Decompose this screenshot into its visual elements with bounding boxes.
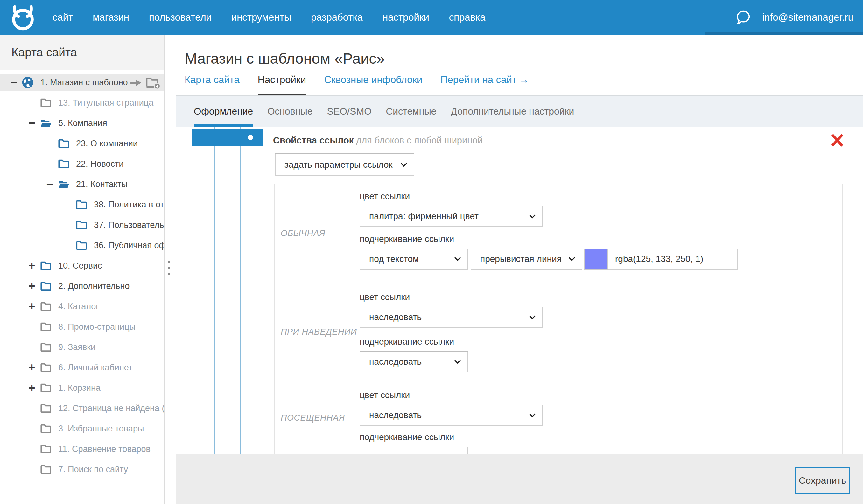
link-state-row-посещенная: ПОСЕЩЕННАЯцвет ссылкинаследоватьподчерки… [275,381,842,454]
nav-item-магазин[interactable]: магазин [92,12,129,23]
collapse-icon[interactable]: − [45,175,54,193]
layout-preview-dot [248,135,253,140]
tree-row-2-дополнительно[interactable]: +2. Дополнительно [0,277,164,295]
folder-icon [40,403,51,414]
tree-row-8-промо-страницы[interactable]: 8. Промо-страницы [0,318,164,336]
expand-icon[interactable]: + [27,298,37,315]
goto-page-arrow-icon[interactable] [128,78,142,96]
select-палитра-фирменный-цвет[interactable]: палитра: фирменный цвет [360,206,543,227]
select-наследовать[interactable]: наследовать [360,405,543,426]
folder-icon [40,444,51,455]
tree-row-23-о-компании[interactable]: 23. О компании [0,135,164,152]
tree-row-7-поиск-по-сайту[interactable]: 7. Поиск по сайту [0,461,164,478]
link-mode-select[interactable]: задать параметры ссылок [275,153,414,176]
tree-row-label: 21. Контакты [76,175,128,193]
select-под-текстом[interactable]: под текстом [360,249,468,269]
tree-row-label: 2. Дополнительно [58,277,129,295]
subtab-системные[interactable]: Системные [386,96,437,127]
field-label-подчеркивание-ссылки: подчеркивание ссылки [360,337,842,347]
sitemanager-logo-icon[interactable] [8,4,38,31]
select-value: прерывистая линия [480,254,562,264]
folder-icon [40,383,51,394]
support-email[interactable]: info@sitemanager.ru [762,12,853,23]
nav-item-инструменты[interactable]: инструменты [232,12,291,23]
tree-row-37-пользовательс[interactable]: 37. Пользовательс [0,216,164,234]
close-icon[interactable] [830,133,845,148]
subtab-дополнительные-настройки[interactable]: Дополнительные настройки [451,96,574,127]
field-label-цвет-ссылки: цвет ссылки [360,191,842,201]
folder-icon [76,220,87,231]
folder-icon [40,322,51,333]
tab-карта-сайта[interactable]: Карта сайта [185,74,240,86]
select-value: наследовать [369,357,422,367]
select-прерывистая-линия[interactable]: прерывистая линия [471,249,582,269]
tree-row-label: 36. Публичная оф [94,236,164,254]
tree-row-21-контакты[interactable]: −21. Контакты [0,175,164,193]
collapse-icon[interactable]: − [9,74,19,91]
field-label-цвет-ссылки: цвет ссылки [360,390,842,400]
chevron-down-icon [529,214,536,218]
row-controls-cell: цвет ссылкипалитра: фирменный цветподчер… [351,184,842,282]
chevron-down-icon [529,413,536,417]
color-swatch[interactable] [584,249,608,269]
tree-row-9-заявки[interactable]: 9. Заявки [0,338,164,356]
tree-row-label: 1. Магазин с шаблоно [40,74,128,91]
footer-bar: Сохранить [176,454,863,504]
tree-row-4-каталог[interactable]: +4. Каталог [0,298,164,315]
main-menu: сайтмагазинпользователиинструментыразраб… [52,0,486,35]
tree-row-10-сервис[interactable]: +10. Сервис [0,257,164,275]
settings-subtabs: ОформлениеОсновныеSEO/SMOСистемныеДополн… [176,96,863,127]
add-folder-icon[interactable] [146,77,160,94]
tree-row-22-новости[interactable]: 22. Новости [0,155,164,173]
controls-row: наследовать [360,447,842,454]
tab-перейти-на-сайт[interactable]: Перейти на сайт → [440,74,529,86]
expand-icon[interactable]: + [27,257,37,275]
panel-heading: Свойства ссылок для блоков с любой ширин… [273,135,483,146]
tree-row-1-магазин-с-шаблоно[interactable]: −1. Магазин с шаблоно [0,74,164,91]
save-button[interactable]: Сохранить [795,467,850,494]
chevron-down-icon [454,360,461,364]
nav-item-разработка[interactable]: разработка [311,12,363,23]
tree-row-6-личный-кабинет[interactable]: +6. Личный кабинет [0,358,164,376]
tree-row-label: 3. Избранные товары [58,420,144,438]
tree-row-5-компания[interactable]: −5. Компания [0,114,164,132]
sidebar-splitter-handle[interactable] [168,261,170,275]
folder-icon [76,200,87,211]
folder-icon [40,424,51,434]
select-value: наследовать [369,312,422,322]
chat-bubble-icon[interactable] [735,9,752,26]
link-states-table: ОБЫЧНАЯцвет ссылкипалитра: фирменный цве… [274,184,843,454]
link-state-row-при-наведении: ПРИ НАВЕДЕНИИцвет ссылкинаследоватьподче… [275,283,842,381]
tree-row-3-избранные-товары[interactable]: 3. Избранные товары [0,420,164,438]
select-наследовать[interactable]: наследовать [360,447,468,454]
tree-row-36-публичная-оф[interactable]: 36. Публичная оф [0,236,164,254]
tab-настройки[interactable]: Настройки [258,74,306,86]
nav-item-сайт[interactable]: сайт [52,12,73,23]
expand-icon[interactable]: + [27,358,37,376]
tree-row-12-страница-не-найдена-ош[interactable]: 12. Страница не найдена (ош [0,399,164,417]
controls-row: наследовать [360,351,842,372]
rgba-color-input[interactable]: rgba(125, 133, 250, 1) [608,249,738,269]
subtab-основные[interactable]: Основные [267,96,312,127]
layout-preview-header[interactable] [191,129,263,146]
expand-icon[interactable]: + [27,379,37,397]
nav-item-пользователи[interactable]: пользователи [149,12,212,23]
expand-icon[interactable]: + [27,277,37,295]
subtab-seo-smo[interactable]: SEO/SMO [327,96,372,127]
subtab-оформление[interactable]: Оформление [194,96,253,127]
tree-row-1-корзина[interactable]: +1. Корзина [0,379,164,397]
tab-сквозные-инфоблоки[interactable]: Сквозные инфоблоки [324,74,423,86]
tree-row-11-сравнение-товаров[interactable]: 11. Сравнение товаров [0,440,164,458]
nav-item-настройки[interactable]: настройки [383,12,429,23]
sitemap-sidebar: Карта сайта −1. Магазин с шаблоно13. Тит… [0,35,164,504]
tree-row-13-титульная-страница[interactable]: 13. Титульная страница [0,94,164,112]
select-наследовать[interactable]: наследовать [360,351,468,372]
collapse-icon[interactable]: − [27,114,37,132]
select-наследовать[interactable]: наследовать [360,307,543,328]
tree-row-label: 7. Поиск по сайту [58,461,128,478]
folder-icon [40,363,51,374]
tree-row-label: 8. Промо-страницы [58,318,136,336]
field-label-цвет-ссылки: цвет ссылки [360,292,842,302]
tree-row-38-политика-в-отн[interactable]: 38. Политика в отн [0,196,164,214]
nav-item-справка[interactable]: справка [449,12,486,23]
